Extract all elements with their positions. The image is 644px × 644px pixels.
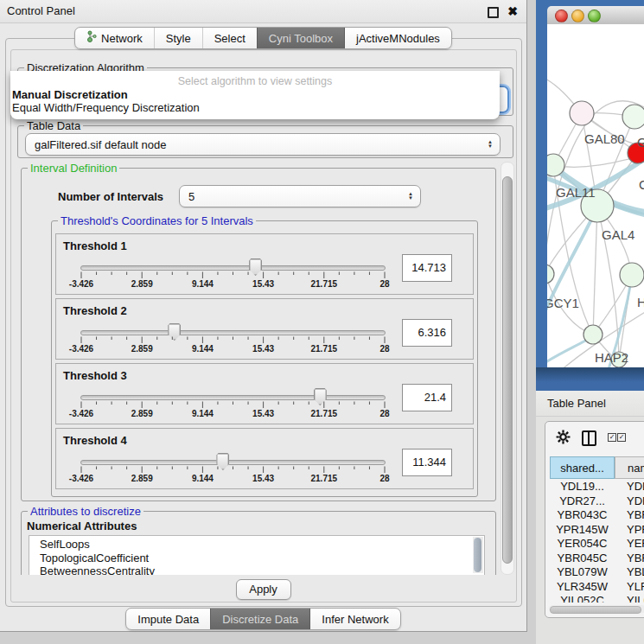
dropdown-option-manual-discretization[interactable]: Manual Discretization [12, 88, 128, 101]
threshold-value-field[interactable]: 11.344 [402, 449, 452, 476]
attribute-list-item[interactable]: BetweennessCentrality [29, 564, 484, 575]
table-horizontal-scrollbar[interactable] [549, 605, 644, 613]
tab-label: Style [166, 29, 191, 48]
table-data-combo[interactable]: galFiltered.sif default node ▲▼ [25, 133, 501, 156]
table-panel-title: Table Panel [547, 391, 606, 416]
combo-stepper-icon: ▲▼ [408, 192, 413, 201]
tab-label: Discretize Data [222, 609, 298, 629]
name-cell: YBR045C [615, 552, 644, 566]
attribute-list-item[interactable]: SelfLoops [29, 538, 484, 552]
dropdown-option-equal-width-frequency[interactable]: Equal Width/Frequency Discretization [12, 101, 200, 114]
name-cell: YDR27... [615, 494, 644, 509]
table-row[interactable]: YPR145WYPR145W [550, 523, 644, 538]
name-cell: YIL052C [615, 594, 644, 603]
network-canvas[interactable]: GAL80GACGAL11GAL4GCY1HHAP2 [547, 24, 644, 367]
zoom-traffic-light-icon[interactable] [588, 10, 601, 22]
cyni-mode-tabs: Impute DataDiscretize DataInfer Network [125, 608, 400, 630]
split-column-icon[interactable] [582, 430, 596, 446]
node-label-ga: GA [637, 135, 644, 150]
name-cell: YBL079W [615, 565, 644, 580]
tab-infer-network[interactable]: Infer Network [309, 609, 399, 629]
network-window-titlebar [547, 6, 644, 25]
slider-track[interactable] [80, 460, 386, 465]
tab-network[interactable]: Network [75, 28, 154, 48]
table-row[interactable]: YER054CYER054C [550, 537, 644, 552]
shared-name-cell: YER054C [550, 537, 615, 552]
tab-discretize-data[interactable]: Discretize Data [210, 609, 309, 629]
minimize-traffic-light-icon[interactable] [571, 10, 584, 22]
tab-label: Cyni Toolbox [269, 29, 333, 48]
tick-label: -3.426 [69, 474, 93, 483]
threshold-1-panel: Threshold 1-3.4262.8599.14415.4321.71528… [55, 233, 474, 295]
network-node[interactable] [620, 263, 644, 287]
attribute-list-item[interactable]: TopologicalCoefficient [29, 552, 484, 565]
network-node[interactable] [547, 265, 554, 284]
checkbox-icon: ✓ [617, 433, 626, 442]
network-icon [86, 29, 97, 48]
node-label-gal4: GAL4 [602, 227, 634, 242]
close-traffic-light-icon[interactable] [555, 10, 568, 22]
column-header-name[interactable]: name [615, 456, 644, 479]
slider-track[interactable] [80, 330, 386, 335]
network-node[interactable] [570, 101, 594, 125]
slider-ticks [80, 466, 386, 474]
apply-button[interactable]: Apply [236, 579, 291, 600]
tick-label: -3.426 [69, 409, 93, 418]
node-table: ✓ ✓ shared... name YDL19...YDL19...YDR27… [545, 421, 644, 618]
column-header-shared-name[interactable]: shared... [550, 456, 615, 479]
scrollbar-thumb[interactable] [502, 176, 513, 564]
threshold-label: Threshold 4 [63, 434, 127, 447]
shared-name-cell: YPR145W [550, 523, 615, 538]
tab-style[interactable]: Style [154, 28, 202, 48]
tab-label: Network [101, 29, 143, 48]
number-of-intervals-label: Number of Intervals [58, 190, 163, 203]
threshold-label: Threshold 2 [63, 304, 127, 317]
tick-label: -3.426 [69, 279, 93, 289]
table-panel-window: Table Panel ✓ ✓ shared... name YDL19...Y… [536, 391, 644, 644]
close-window-icon[interactable]: ✖ [507, 0, 518, 22]
table-row[interactable]: YBR045CYBR045C [550, 552, 644, 566]
network-node[interactable] [583, 325, 603, 344]
threshold-coordinates-group: Threshold's Coordinates for 5 Intervals … [51, 220, 478, 497]
select-columns-icon[interactable]: ✓ ✓ [608, 433, 626, 442]
network-node[interactable] [547, 154, 564, 176]
tick-label: 28 [379, 344, 389, 354]
table-row[interactable]: YBR043CYBR043C [550, 508, 644, 523]
table-row[interactable]: YDL19...YDL19... [550, 480, 644, 494]
settings-vertical-scrollbar[interactable] [501, 162, 514, 575]
network-node[interactable] [622, 105, 644, 129]
table-row[interactable]: YDR27...YDR27... [550, 494, 644, 509]
float-window-icon[interactable] [488, 7, 499, 18]
tab-label: Impute Data [137, 609, 199, 629]
node-label-h: H [637, 295, 644, 309]
numerical-attributes-list: SelfLoopsTopologicalCoefficientBetweenne… [29, 535, 485, 575]
tab-label: Infer Network [322, 609, 388, 629]
tick-label: 28 [379, 409, 389, 418]
tab-jactivemnodules[interactable]: jActiveMNodules [344, 28, 451, 48]
tab-select[interactable]: Select [202, 28, 257, 48]
threshold-value-field[interactable]: 21.4 [402, 384, 452, 411]
number-of-intervals-combo[interactable]: 5 ▲▼ [179, 185, 421, 207]
table-row[interactable]: YLR345WYLR345W [550, 580, 644, 595]
tick-label: 21.715 [311, 279, 338, 289]
tab-impute-data[interactable]: Impute Data [126, 609, 210, 629]
window-title: Control Panel [7, 0, 75, 22]
threshold-value-field[interactable]: 6.316 [402, 319, 452, 347]
attributes-list-scrollbar[interactable] [473, 537, 483, 573]
checkbox-icon: ✓ [608, 433, 616, 442]
scrollbar-thumb[interactable] [550, 606, 641, 614]
tab-label: jActiveMNodules [356, 29, 440, 48]
table-row[interactable]: YIL052CYIL052C [550, 594, 644, 603]
threshold-value-field[interactable]: 14.713 [402, 254, 452, 282]
tick-label: 9.144 [192, 279, 214, 289]
gear-icon[interactable] [556, 430, 571, 448]
tab-cyni-toolbox[interactable]: Cyni Toolbox [257, 28, 344, 48]
table-row[interactable]: YBL079WYBL079W [550, 565, 644, 580]
threshold-label: Threshold 3 [63, 369, 127, 382]
node-label-gal80: GAL80 [584, 131, 625, 146]
slider-track[interactable] [80, 265, 386, 271]
threshold-4-panel: Threshold 4-3.4262.8599.14415.4321.71528… [55, 428, 474, 489]
slider-track[interactable] [80, 395, 386, 400]
algorithm-dropdown-popup: Select algorithm to view settings Manual… [10, 71, 500, 119]
tick-label: 21.715 [311, 409, 338, 418]
